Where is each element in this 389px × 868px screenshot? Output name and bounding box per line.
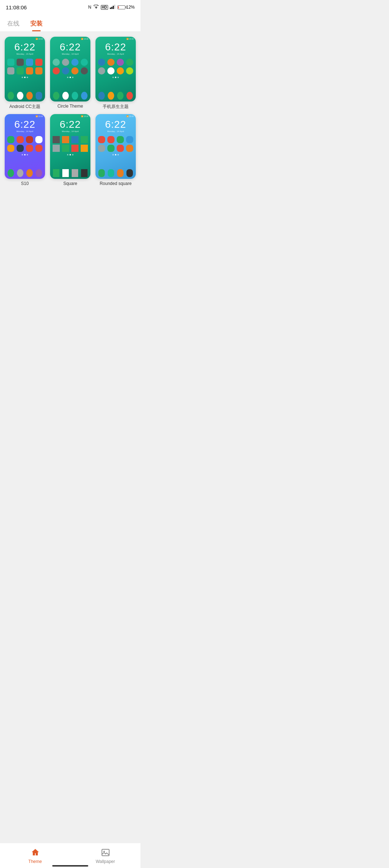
theme-preview-s10: 📶 13:16 6:22 Monday , 14 April	[5, 114, 45, 179]
theme-name-square: Square	[63, 181, 77, 186]
theme-name-s10: S10	[21, 181, 28, 186]
theme-preview-circle: 📶 13:16 6:22 Monday , 14 April	[50, 37, 90, 101]
theme-name-android-cc: Android CC主题	[9, 104, 40, 110]
preview-screen: 📶 13:16 6:22 Monday , 14 April	[95, 37, 136, 101]
status-icons: N HD 12%	[88, 5, 135, 10]
svg-rect-3	[114, 5, 115, 9]
wifi-icon	[93, 5, 99, 10]
hd-badge: HD	[101, 5, 108, 10]
theme-preview-native: 📶 13:16 6:22 Monday , 14 April	[95, 37, 136, 101]
status-bar: 11:08:06 N HD 12%	[0, 0, 140, 13]
preview-screen: 📶 13:16 6:22 Monday , 14 April	[5, 114, 45, 179]
theme-card-native[interactable]: 📶 13:16 6:22 Monday , 14 April	[95, 37, 136, 110]
theme-card-rounded-square[interactable]: 📶 13:16 6:22 Monday , 14 April	[95, 114, 136, 186]
preview-screen: 📶 13:16 6:22 Monday , 14 April	[50, 37, 90, 101]
preview-screen: 📶 13:16 6:22 Monday , 14 April	[5, 37, 45, 101]
preview-screen: 📶 13:16 6:22 Monday , 14 April	[95, 114, 136, 179]
theme-card-circle[interactable]: 📶 13:16 6:22 Monday , 14 April	[50, 37, 91, 110]
theme-preview-square: 📶 13:16 6:22 Monday , 14 April	[50, 114, 90, 179]
theme-name-native: 手机原生主题	[103, 104, 129, 110]
theme-card-android-cc[interactable]: 📶 13:16 6:22 Monday , 14 April	[4, 37, 45, 110]
signal-icon	[110, 5, 116, 10]
svg-rect-1	[111, 7, 112, 9]
svg-rect-0	[110, 8, 111, 9]
tab-installed[interactable]: 安装	[30, 19, 43, 31]
theme-card-square[interactable]: 📶 13:16 6:22 Monday , 14 April	[50, 114, 91, 186]
preview-screen: 📶 13:16 6:22 Monday , 14 April	[50, 114, 90, 179]
battery-container: 12%	[117, 5, 135, 10]
themes-grid: 📶 13:16 6:22 Monday , 14 April	[0, 32, 140, 191]
tab-online[interactable]: 在线	[7, 19, 19, 31]
theme-preview-android-cc: 📶 13:16 6:22 Monday , 14 April	[5, 37, 45, 101]
tabs-bar: 在线 安装	[0, 13, 140, 32]
theme-card-s10[interactable]: 📶 13:16 6:22 Monday , 14 April	[4, 114, 45, 186]
battery-icon	[117, 5, 125, 9]
main-content: 📶 13:16 6:22 Monday , 14 April	[0, 32, 140, 249]
theme-name-circle: Circle Theme	[57, 104, 83, 109]
theme-name-rounded-square: Rounded square	[100, 181, 132, 186]
battery-percent: 12%	[126, 5, 135, 10]
theme-preview-rounded-square: 📶 13:16 6:22 Monday , 14 April	[95, 114, 136, 179]
status-time: 11:08:06	[6, 4, 27, 10]
battery-fill	[118, 6, 119, 9]
nfc-icon: N	[88, 5, 91, 10]
svg-rect-2	[113, 6, 114, 9]
